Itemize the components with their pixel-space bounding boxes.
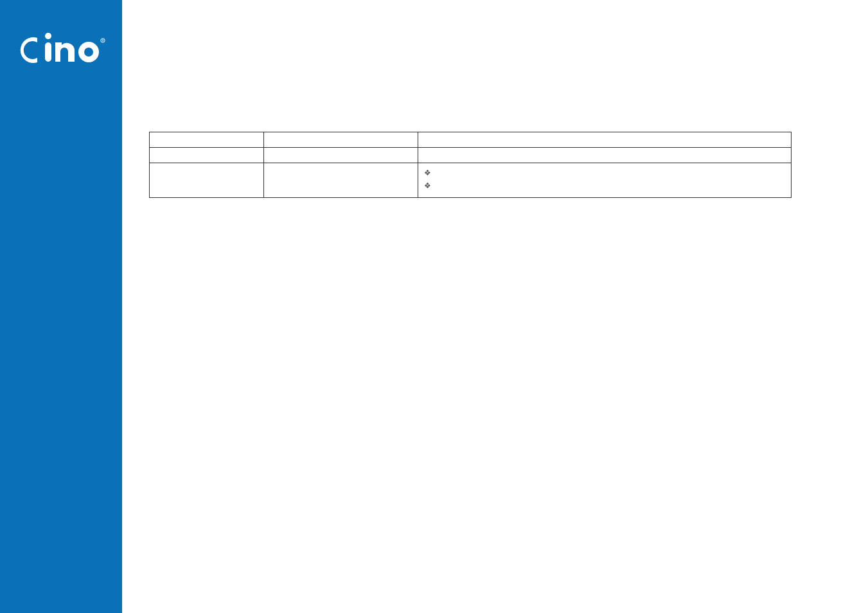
table-cell [264, 163, 418, 198]
list-item: ❖ [423, 166, 786, 179]
svg-point-3 [84, 48, 93, 57]
list-item: ❖ [423, 179, 786, 192]
table-cell [150, 148, 264, 163]
diamond-bullet-icon: ❖ [423, 166, 431, 179]
sidebar: R [0, 0, 122, 613]
brand-logo: R [19, 31, 109, 72]
table-row [150, 148, 792, 163]
svg-rect-0 [45, 42, 51, 62]
table-cell [418, 148, 792, 163]
table-cell [150, 163, 264, 198]
table-row [150, 132, 792, 148]
table-cell [264, 148, 418, 163]
table-row: ❖ ❖ [150, 163, 792, 198]
svg-point-1 [45, 33, 51, 39]
table-cell [418, 132, 792, 148]
diamond-bullet-icon: ❖ [423, 179, 431, 192]
table-cell: ❖ ❖ [418, 163, 792, 198]
bullet-list: ❖ ❖ [423, 166, 786, 192]
content-area: ❖ ❖ [122, 0, 868, 613]
table-cell [264, 132, 418, 148]
data-table-wrap: ❖ ❖ [149, 132, 792, 198]
data-table: ❖ ❖ [149, 132, 792, 198]
table-cell [150, 132, 264, 148]
